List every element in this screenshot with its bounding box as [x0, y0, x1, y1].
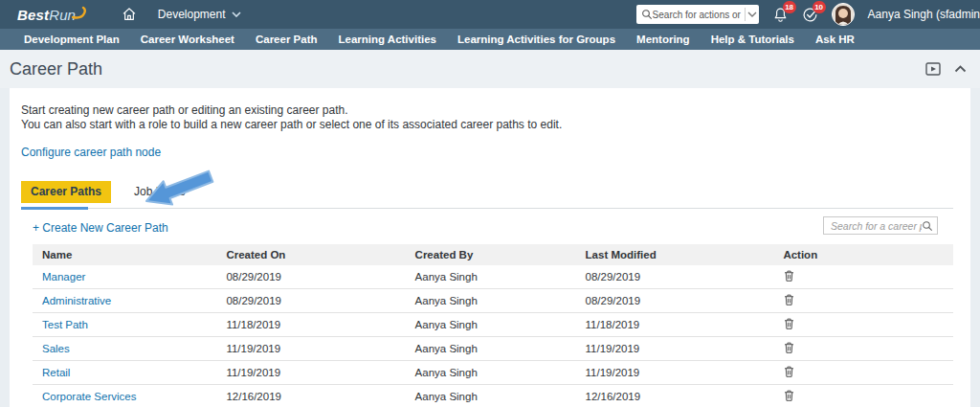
module-picker-dropdown[interactable]: Development [158, 8, 241, 21]
created-by-cell: Aanya Singh [406, 313, 576, 337]
intro-line-1: Start creating new career path or editin… [21, 103, 970, 118]
career-path-link[interactable]: Manager [42, 271, 85, 283]
table-row: Retail 11/19/2019 Aanya Singh 11/19/2019 [33, 361, 953, 385]
last-modified-cell: 11/18/2019 [576, 313, 774, 337]
logo-text-best: Best [17, 7, 49, 23]
created-by-cell: Aanya Singh [406, 289, 576, 313]
header-search-box[interactable] [636, 5, 759, 24]
intro-text: Start creating new career path or editin… [21, 103, 970, 132]
avatar[interactable] [832, 3, 855, 26]
column-header-created-by: Created By [406, 244, 576, 265]
home-icon[interactable] [122, 7, 137, 22]
top-bar: BestRun Development 18 10 [0, 0, 980, 29]
last-modified-cell: 11/19/2019 [576, 337, 774, 361]
last-modified-cell: 12/16/2019 [576, 385, 774, 407]
nav-item-learning-activities-groups[interactable]: Learning Activities for Groups [457, 34, 615, 45]
nav-item-career-worksheet[interactable]: Career Worksheet [141, 34, 234, 45]
nav-item-help-tutorials[interactable]: Help & Tutorials [711, 34, 794, 45]
todos-button[interactable]: 10 [802, 7, 818, 23]
create-new-career-path-link[interactable]: + Create New Career Path [33, 221, 168, 235]
tab-job-roles[interactable]: Job Roles [124, 181, 194, 203]
last-modified-cell: 08/29/2019 [576, 265, 774, 289]
bestrun-logo: BestRun [17, 7, 76, 23]
video-tour-icon[interactable] [925, 62, 941, 76]
career-path-link[interactable]: Administrative [42, 295, 111, 306]
created-by-cell: Aanya Singh [406, 361, 576, 385]
created-by-cell: Aanya Singh [406, 337, 576, 361]
user-name[interactable]: Aanya Singh (sfadmin [868, 8, 980, 21]
career-path-link[interactable]: Test Path [42, 319, 88, 330]
table-header-row: Name Created On Created By Last Modified… [33, 244, 953, 265]
career-path-search-box[interactable] [823, 216, 938, 235]
column-header-created-on: Created On [216, 244, 405, 265]
column-header-name: Name [33, 244, 216, 265]
active-tab-underline [21, 207, 88, 210]
intro-line-2: You can also start with a role to build … [21, 118, 970, 132]
trash-icon[interactable] [783, 293, 795, 306]
tab-bar: Career Paths Job Roles [21, 181, 970, 203]
created-by-cell: Aanya Singh [406, 265, 576, 289]
trash-icon[interactable] [783, 389, 795, 402]
table-row: Manager 08/29/2019 Aanya Singh 08/29/201… [33, 265, 953, 289]
notifications-button[interactable]: 18 [772, 7, 789, 23]
career-path-search-input[interactable] [831, 220, 922, 232]
table-row: Test Path 11/18/2019 Aanya Singh 11/18/2… [33, 313, 953, 337]
last-modified-cell: 11/19/2019 [576, 361, 774, 385]
created-on-cell: 11/18/2019 [216, 313, 405, 337]
list-controls: + Create New Career Path [33, 216, 938, 235]
created-on-cell: 11/19/2019 [216, 361, 405, 385]
module-nav-bar: Development Plan Career Worksheet Career… [0, 29, 980, 50]
trash-icon[interactable] [783, 341, 795, 354]
chevron-down-icon [232, 11, 241, 17]
tab-career-paths[interactable]: Career Paths [21, 181, 111, 203]
career-path-link[interactable]: Corporate Services [42, 391, 136, 402]
module-picker-label: Development [158, 8, 226, 21]
created-on-cell: 11/19/2019 [216, 337, 405, 361]
notifications-badge: 18 [783, 1, 796, 13]
header-search-input[interactable] [653, 10, 743, 20]
career-path-link[interactable]: Retail [42, 367, 70, 378]
table-row: Sales 11/19/2019 Aanya Singh 11/19/2019 [33, 337, 953, 361]
table-row: Corporate Services 12/16/2019 Aanya Sing… [33, 385, 953, 407]
page-title: Career Path [10, 59, 102, 79]
table-row: Administrative 08/29/2019 Aanya Singh 08… [33, 289, 953, 313]
column-header-last-modified: Last Modified [576, 244, 774, 265]
career-path-panel: Start creating new career path or editin… [10, 88, 970, 407]
trash-icon[interactable] [783, 269, 795, 283]
created-on-cell: 12/16/2019 [216, 385, 405, 407]
tab-divider [21, 208, 953, 209]
trash-icon[interactable] [783, 365, 795, 378]
career-paths-table: Name Created On Created By Last Modified… [33, 244, 953, 407]
column-header-action: Action [773, 244, 953, 265]
created-by-cell: Aanya Singh [406, 385, 576, 407]
collapse-chevron-icon[interactable] [954, 65, 967, 73]
search-icon [641, 9, 653, 20]
nav-item-career-path[interactable]: Career Path [256, 34, 318, 45]
logo-swoosh-icon [72, 5, 89, 22]
last-modified-cell: 08/29/2019 [576, 289, 774, 313]
created-on-cell: 08/29/2019 [216, 289, 405, 313]
nav-item-mentoring[interactable]: Mentoring [636, 34, 690, 45]
search-divider [745, 8, 746, 21]
search-icon [922, 220, 933, 232]
career-path-link[interactable]: Sales [42, 343, 70, 354]
nav-item-development-plan[interactable]: Development Plan [24, 34, 120, 45]
created-on-cell: 08/29/2019 [216, 265, 405, 289]
title-strip: Career Path [0, 50, 980, 88]
trash-icon[interactable] [783, 317, 795, 330]
nav-item-ask-hr[interactable]: Ask HR [815, 34, 855, 45]
search-scope-chevron-icon[interactable] [747, 11, 757, 17]
todos-badge: 10 [813, 1, 826, 13]
configure-career-path-node-link[interactable]: Configure career path node [21, 146, 161, 159]
nav-item-learning-activities[interactable]: Learning Activities [339, 34, 436, 45]
